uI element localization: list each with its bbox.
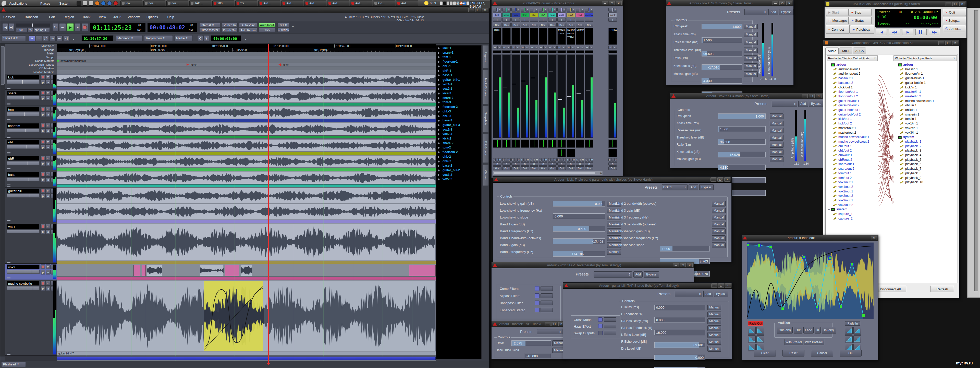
track-automation-button[interactable]: a xyxy=(46,145,51,149)
redirect-name[interactable]: TPStr xyxy=(558,32,564,35)
ruler-row[interactable] xyxy=(57,59,436,63)
panel-tab-tracks-busses[interactable]: Tracks/Busses xyxy=(483,70,489,104)
add-preset-button[interactable]: Add xyxy=(633,271,643,278)
panel-menu-system[interactable]: System xyxy=(59,1,70,6)
fade-out-button[interactable]: Fade Out xyxy=(748,321,763,326)
tools-expander-icon[interactable]: ⌄ xyxy=(72,37,76,40)
strip-hide-button[interactable]: ✕ xyxy=(507,8,511,11)
control-slider[interactable]: 2.575 xyxy=(511,341,551,346)
port-name[interactable]: playback_5 xyxy=(905,158,921,162)
track-name-field[interactable]: snare xyxy=(7,90,40,95)
strip-output-button[interactable]: O xyxy=(557,162,566,166)
port-name[interactable]: mucho cowbello/in 1 xyxy=(905,99,934,103)
close-button[interactable]: ✕ xyxy=(616,1,622,5)
strip-rec-button[interactable]: Rec xyxy=(585,23,593,27)
audio-region[interactable] xyxy=(241,265,252,276)
strip-narrow-button[interactable]: ↔ xyxy=(585,8,589,11)
audio-region[interactable] xyxy=(134,265,140,276)
region-list-item[interactable]: bass-2 xyxy=(442,164,452,167)
vertical-scrollbar[interactable] xyxy=(0,44,5,357)
strip-panner[interactable] xyxy=(530,139,538,148)
region-list-item[interactable]: ohR-1 xyxy=(442,69,451,73)
port-name[interactable]: master/in 2 xyxy=(905,94,921,98)
track-playlist-button[interactable]: p xyxy=(41,161,45,166)
pan-link-mono[interactable]: M xyxy=(614,158,617,162)
option-button[interactable] xyxy=(604,331,616,335)
connect-button[interactable]: ✂Connect xyxy=(826,25,850,34)
clear-button[interactable]: Clear xyxy=(754,350,776,357)
minimize-button[interactable]: — xyxy=(673,263,679,267)
audition-in-dry-[interactable]: In (dry) xyxy=(822,327,836,333)
port-name[interactable]: vox3/in 1 xyxy=(905,131,918,134)
track-name-field[interactable]: tom xyxy=(7,107,40,112)
strip-fader-zone[interactable] xyxy=(511,54,520,138)
track-menu-icon[interactable] xyxy=(7,86,11,89)
strip-hide-button[interactable]: ✕ xyxy=(571,8,575,11)
menu-region[interactable]: Region xyxy=(64,15,74,19)
track-record-button[interactable] xyxy=(41,75,45,79)
track-name-field[interactable]: ohR xyxy=(7,156,40,161)
bypass-button[interactable]: Bypass xyxy=(714,291,729,297)
strip-rec-button[interactable]: Rec xyxy=(511,23,520,27)
pan-link-mono[interactable]: M xyxy=(536,158,538,162)
manual-button[interactable]: Manual xyxy=(708,325,721,331)
minimize-button[interactable]: — xyxy=(711,178,716,182)
manual-button[interactable]: Manual xyxy=(770,149,783,155)
close-button[interactable]: ✕ xyxy=(871,236,877,240)
minsec-ruler[interactable] xyxy=(57,44,436,48)
track-mute-button[interactable]: m xyxy=(46,188,51,193)
track-lane-ohR[interactable] xyxy=(57,155,436,171)
track-automation-button[interactable]: a xyxy=(46,96,51,101)
strip-output-button[interactable]: O xyxy=(530,162,538,166)
start-button[interactable]: ▶Start xyxy=(826,9,849,16)
strip-panner[interactable] xyxy=(566,139,575,148)
setup-button[interactable]: ◔Setup... xyxy=(943,17,966,24)
track-mute-button[interactable]: m xyxy=(46,123,51,128)
pan-link-left[interactable]: L xyxy=(502,158,505,162)
tab-midi[interactable]: MIDI xyxy=(839,48,853,54)
strip-name-button[interactable]: mchcw xyxy=(585,13,593,17)
track-mute-button[interactable]: m xyxy=(46,75,51,79)
pan-link-left[interactable]: L xyxy=(566,158,569,162)
background-scrollbar[interactable] xyxy=(974,10,978,291)
audition-out[interactable]: Out xyxy=(794,327,802,333)
snap-unit-select[interactable]: Region bou ⇕ xyxy=(144,35,173,42)
manual-button[interactable]: Manual xyxy=(708,318,721,324)
menu-session[interactable]: Session xyxy=(3,15,15,19)
ruler-row[interactable] xyxy=(57,66,436,70)
track-gain-fader[interactable] xyxy=(7,270,40,274)
file-manager-icon[interactable] xyxy=(83,1,87,6)
ruler-row[interactable] xyxy=(57,70,436,74)
strip-solo-button[interactable]: S xyxy=(543,46,547,49)
pan-link-arrow[interactable]: ⇒ xyxy=(505,158,508,162)
goto-end-button[interactable]: ▶| xyxy=(8,23,14,32)
pan-link-arrow[interactable]: ⇒ xyxy=(611,158,614,162)
manual-button[interactable]: Manual xyxy=(708,332,721,338)
strip-name-button[interactable]: mastr xyxy=(608,13,617,17)
strip-comments-button[interactable]: Cmt xyxy=(548,166,557,170)
summary-pane[interactable] xyxy=(57,357,436,360)
port-name[interactable]: snare/out 2 xyxy=(838,167,854,170)
fade-out-shape-button[interactable] xyxy=(748,335,756,343)
expander-icon[interactable] xyxy=(438,97,440,99)
expander-icon[interactable] xyxy=(438,101,440,104)
region-list-item[interactable]: guitar_bill-2 xyxy=(442,168,460,172)
strip-input-button[interactable]: | xyxy=(548,18,557,22)
strip-gain-display[interactable] xyxy=(539,50,547,53)
strip-solo-button[interactable]: S xyxy=(497,46,501,49)
strip-gain-display[interactable] xyxy=(493,50,501,53)
track-menu-icon[interactable] xyxy=(7,261,11,263)
track-record-button[interactable] xyxy=(41,188,45,193)
strip-panner[interactable] xyxy=(548,139,557,148)
port-name[interactable]: playback_3 xyxy=(905,149,921,152)
strip-name-button[interactable]: ohL xyxy=(530,13,538,17)
snap-mode-select[interactable]: Magnetic ⇕ xyxy=(116,35,143,42)
port-name[interactable]: master/out 1 xyxy=(838,126,856,130)
strip-name-button[interactable]: flrtm xyxy=(520,13,529,17)
add-preset-button[interactable]: Add xyxy=(703,291,713,297)
ruler-label[interactable]: Tempo xyxy=(5,56,54,59)
manual-button[interactable]: Manual xyxy=(744,63,758,69)
pan-link-arrow[interactable]: ⇒ xyxy=(560,158,563,162)
region-list-item[interactable]: vox1-1 xyxy=(442,83,452,86)
strip-solo-button[interactable]: S xyxy=(571,46,575,49)
